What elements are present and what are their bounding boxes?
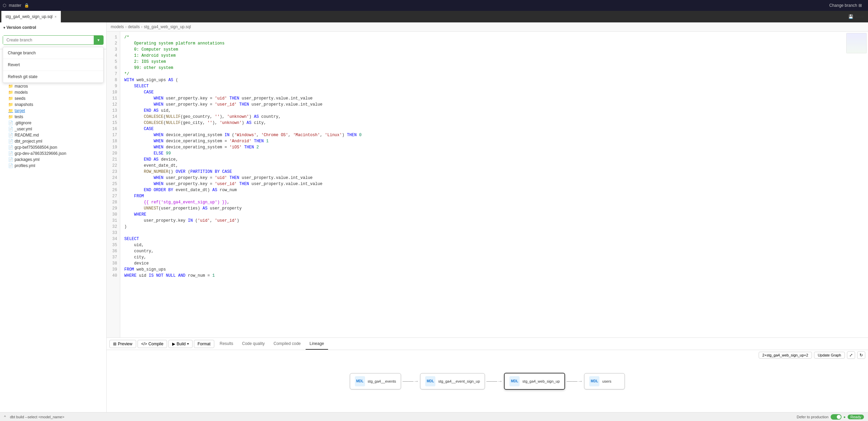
line-num-29: 29 [107,205,120,212]
tree-item-models[interactable]: 📁 models [0,89,106,95]
dropdown-arrow-icon: ▾ [97,38,100,42]
minimap [846,33,867,53]
tree-item-label: models [15,90,28,95]
file-icon: 📄 [8,121,13,125]
tree-item-tests[interactable]: 📁 tests [0,114,106,120]
toggle-knob [837,415,841,419]
node-users-container: MDL users [584,373,625,389]
tree-item-label: target [15,108,25,113]
tab-code-quality[interactable]: Code quality [238,338,269,350]
tree-item-gcp-dev[interactable]: 📄 gcp-dev-a78635329666.json [0,150,106,157]
node-stg-ga4-event-sign-up-container: MDL stg_ga4__event_sign_up ——→ [420,373,504,389]
line-numbers: 1 2 3 4 5 6 7 8 9 10 11 12 13 14 15 16 1… [107,32,120,337]
line-num-38: 38 [107,260,120,267]
file-tab[interactable]: stg_ga4_web_sign_up.sql × [1,11,61,22]
bottom-panel: ⊞ Preview </> Compile ▶ Build ▾ Format R… [107,337,868,412]
content-area: models › details › stg_ga4_web_sign_up.s… [107,22,868,412]
tree-item-label: README.md [15,133,39,138]
tree-item-user-yml[interactable]: 📄 _user.yml [0,126,106,132]
lock-icon: 🔒 [24,3,29,8]
compile-label: Compile [148,342,163,346]
node-users[interactable]: MDL users [584,373,625,389]
tree-item-dbt-project[interactable]: 📄 dbt_project.yml [0,138,106,144]
save-icon: 💾 [848,14,853,19]
tab-code-quality-label: Code quality [242,341,265,346]
save-button[interactable]: 💾 Save [844,14,868,19]
grid-icon: ⊞ [858,3,862,8]
branch-name: master [9,3,21,8]
line-num-25: 25 [107,181,120,187]
chevron-icon: ▾ [3,26,5,30]
folder-icon: 📁 [8,102,13,107]
file-icon: 📄 [8,127,13,131]
line-num-34: 34 [107,236,120,242]
tab-results-label: Results [220,341,233,346]
line-num-11: 11 [107,95,120,102]
preview-button[interactable]: ⊞ Preview [109,340,136,348]
change-branch-button[interactable]: Change branch ⊞ [826,2,865,8]
tab-close-icon[interactable]: × [55,15,57,19]
node-label: stg_ga4__events [368,379,396,383]
create-branch-dropdown-button[interactable]: ▾ [94,36,103,44]
line-num-31: 31 [107,218,120,224]
line-num-26: 26 [107,187,120,193]
line-num-35: 35 [107,242,120,248]
tree-item-target[interactable]: 📁 target [0,108,106,114]
tab-compiled-code[interactable]: Compiled code [270,338,305,350]
chevron-up-icon: ^ [4,415,6,419]
tree-item-label: .gitignore [15,121,31,125]
line-num-22: 22 [107,163,120,169]
line-num-39: 39 [107,267,120,273]
create-branch-input[interactable] [3,36,94,44]
refresh-git-menu-item[interactable]: Refresh git state [3,71,103,83]
tree-item-gitignore[interactable]: 📄 .gitignore [0,120,106,126]
code-content[interactable]: /* Operating system platform annotations… [120,32,868,337]
folder-icon: 📁 [8,114,13,119]
line-num-14: 14 [107,114,120,120]
line-num-18: 18 [107,138,120,144]
node-stg-ga4-events[interactable]: MDL stg_ga4__events [350,373,401,389]
tree-item-label: tests [15,114,23,119]
format-button[interactable]: Format [194,340,214,348]
tree-item-packages[interactable]: 📄 packages.yml [0,157,106,163]
tree-item-label: gcp-bef750568504.json [15,145,57,150]
build-command: dbt build --select <model_name> [10,415,64,419]
change-branch-menu-item[interactable]: Change branch [3,47,103,59]
tree-item-snapshots[interactable]: 📁 snapshots [0,102,106,108]
node-mdl-icon: MDL [589,376,599,386]
tree-item-readme[interactable]: 📄 README.md [0,132,106,138]
defer-toggle-switch[interactable] [831,414,842,420]
file-icon: 📄 [8,157,13,162]
version-control-header[interactable]: ▾ Version control [0,22,106,33]
version-control-section: ▾ Version control ▾ Change branch Revert… [0,22,106,49]
node-stg-ga4-events-container: MDL stg_ga4__events ——→ [350,373,420,389]
node-label: users [602,379,611,383]
line-num-36: 36 [107,248,120,254]
node-stg-ga4-web-sign-up-container: MDL stg_ga4_web_sign_up ——→ [504,373,584,390]
line-num-32: 32 [107,224,120,230]
node-stg-ga4-event-sign-up[interactable]: MDL stg_ga4__event_sign_up [420,373,485,389]
tree-item-label: _user.yml [15,127,32,131]
line-num-10: 10 [107,89,120,95]
line-num-20: 20 [107,150,120,157]
tab-lineage[interactable]: Lineage [306,338,328,350]
tree-item-label: profiles.yml [15,163,35,168]
tree-item-profiles[interactable]: 📄 profiles.yml [0,163,106,169]
node-mdl-icon: MDL [425,376,435,386]
ready-badge: Ready [848,415,864,419]
node-stg-ga4-web-sign-up[interactable]: MDL stg_ga4_web_sign_up [504,373,565,390]
build-button[interactable]: ▶ Build ▾ [168,340,193,348]
revert-menu-item[interactable]: Revert [3,59,103,71]
tab-results[interactable]: Results [216,338,237,350]
file-icon: 📄 [8,163,13,168]
line-num-24: 24 [107,175,120,181]
tree-item-label: gcp-dev-a78635329666.json [15,151,66,156]
tree-item-gcp-bef[interactable]: 📄 gcp-bef750568504.json [0,144,106,150]
compile-button[interactable]: </> Compile [138,340,167,348]
tree-item-label: dbt_project.yml [15,139,42,144]
build-dropdown-icon: ▾ [187,342,189,346]
tree-item-seeds[interactable]: 📁 seeds [0,95,106,102]
code-editor[interactable]: 1 2 3 4 5 6 7 8 9 10 11 12 13 14 15 16 1… [107,32,868,337]
tree-item-macros[interactable]: 📁 macros [0,83,106,89]
line-num-40: 40 [107,273,120,279]
